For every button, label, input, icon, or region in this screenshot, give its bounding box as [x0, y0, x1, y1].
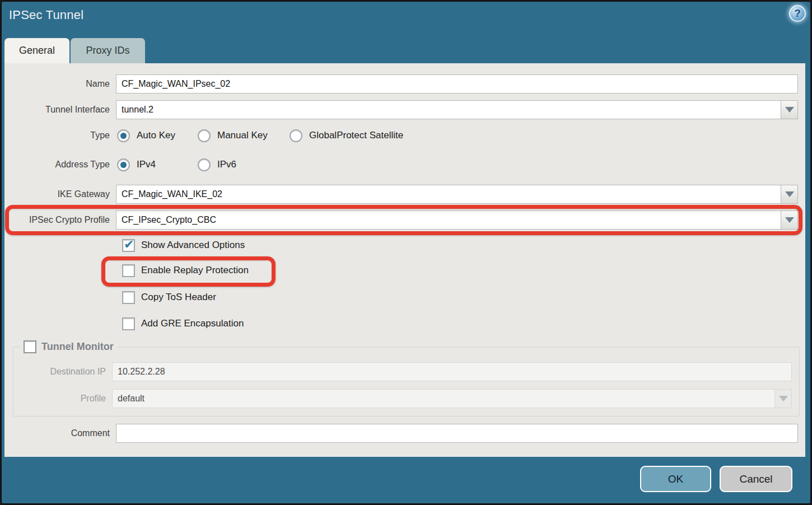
ipsec-crypto-profile-row: IPSec Crypto Profile — [4, 211, 805, 230]
tab-general-label: General — [19, 45, 55, 57]
help-icon[interactable]: ? — [789, 5, 806, 22]
ike-gateway-row: IKE Gateway — [4, 185, 805, 204]
chevron-down-icon — [785, 217, 794, 223]
comment-input[interactable] — [116, 424, 798, 443]
tab-proxy-ids-label: Proxy IDs — [86, 45, 129, 57]
address-type-option-ipv4[interactable]: IPv4 — [117, 158, 198, 171]
cancel-button[interactable]: Cancel — [720, 466, 792, 492]
chevron-down-icon — [785, 107, 794, 113]
ipsec-crypto-profile-input[interactable] — [116, 211, 781, 230]
ike-gateway-dropdown-button[interactable] — [781, 185, 798, 204]
tunnel-interface-input[interactable] — [116, 100, 781, 119]
address-type-label: Address Type — [4, 160, 116, 170]
show-advanced-options-row: Show Advanced Options — [4, 238, 805, 252]
tunnel-interface-row: Tunnel Interface — [4, 100, 805, 119]
enable-replay-protection-row: Enable Replay Protection — [4, 263, 805, 278]
name-label: Name — [4, 79, 116, 89]
radio-ipv6-label: IPv6 — [217, 159, 236, 170]
monitor-profile-input — [112, 389, 774, 408]
ipsec-crypto-profile-label: IPSec Crypto Profile — [4, 215, 116, 225]
comment-label: Comment — [4, 428, 116, 438]
chevron-down-icon — [779, 396, 788, 401]
name-input[interactable] — [116, 74, 798, 93]
enable-replay-protection-checkbox[interactable] — [122, 264, 135, 277]
address-type-option-ipv6[interactable]: IPv6 — [198, 158, 236, 171]
dialog-title: IPSec Tunnel — [9, 8, 83, 22]
radio-globalprotect-satellite-label: GlobalProtect Satellite — [309, 130, 403, 141]
show-advanced-options-label: Show Advanced Options — [141, 240, 245, 251]
enable-replay-protection-label: Enable Replay Protection — [141, 265, 249, 276]
tunnel-monitor-checkbox[interactable] — [24, 340, 36, 353]
radio-ipv4[interactable] — [117, 158, 130, 171]
add-gre-encapsulation-label: Add GRE Encapsulation — [141, 318, 244, 329]
show-advanced-options-checkbox[interactable] — [122, 239, 135, 252]
destination-ip-input — [112, 362, 792, 381]
type-option-globalprotect-satellite[interactable]: GlobalProtect Satellite — [290, 129, 403, 142]
type-label: Type — [4, 130, 116, 141]
tunnel-monitor-legend: Tunnel Monitor — [20, 340, 117, 353]
monitor-profile-label: Profile — [13, 394, 112, 404]
general-tab-panel: Name Tunnel Interface Type Auto Key — [4, 63, 805, 457]
tab-proxy-ids[interactable]: Proxy IDs — [71, 38, 145, 63]
radio-manual-key[interactable] — [198, 129, 211, 142]
copy-tos-header-label: Copy ToS Header — [141, 292, 216, 303]
chevron-down-icon — [785, 191, 794, 197]
radio-auto-key-label: Auto Key — [137, 130, 175, 141]
add-gre-encapsulation-row: Add GRE Encapsulation — [4, 316, 805, 331]
copy-tos-header-row: Copy ToS Header — [4, 290, 805, 305]
copy-tos-header-checkbox[interactable] — [122, 291, 135, 304]
radio-auto-key[interactable] — [117, 129, 130, 142]
name-row: Name — [4, 74, 805, 93]
ipsec-crypto-profile-dropdown-button[interactable] — [781, 211, 798, 230]
ipsec-tunnel-dialog: IPSec Tunnel ? General Proxy IDs Name Tu… — [0, 0, 812, 505]
radio-ipv4-label: IPv4 — [137, 159, 156, 170]
cancel-button-label: Cancel — [739, 473, 772, 485]
type-option-manual-key[interactable]: Manual Key — [198, 129, 290, 142]
tunnel-interface-label: Tunnel Interface — [4, 105, 116, 115]
type-row: Type Auto Key Manual Key GlobalProtect S… — [4, 128, 805, 143]
radio-globalprotect-satellite[interactable] — [290, 129, 302, 142]
address-type-row: Address Type IPv4 IPv6 — [4, 157, 805, 172]
tunnel-monitor-section: Tunnel Monitor Destination IP Profile — [13, 340, 800, 417]
tab-general[interactable]: General — [4, 38, 69, 63]
comment-row: Comment — [4, 424, 805, 443]
ike-gateway-input[interactable] — [116, 185, 781, 204]
radio-manual-key-label: Manual Key — [217, 130, 268, 141]
type-option-auto-key[interactable]: Auto Key — [117, 129, 198, 142]
ok-button[interactable]: OK — [640, 466, 711, 492]
destination-ip-row: Destination IP — [13, 362, 792, 381]
monitor-profile-dropdown-button — [774, 389, 792, 408]
radio-ipv6[interactable] — [198, 158, 211, 171]
ok-button-label: OK — [668, 473, 683, 485]
monitor-profile-row: Profile — [13, 389, 792, 408]
tunnel-monitor-label: Tunnel Monitor — [41, 341, 114, 353]
destination-ip-label: Destination IP — [13, 367, 112, 377]
add-gre-encapsulation-checkbox[interactable] — [122, 317, 135, 330]
ike-gateway-label: IKE Gateway — [4, 189, 116, 199]
tunnel-interface-dropdown-button[interactable] — [781, 100, 798, 119]
